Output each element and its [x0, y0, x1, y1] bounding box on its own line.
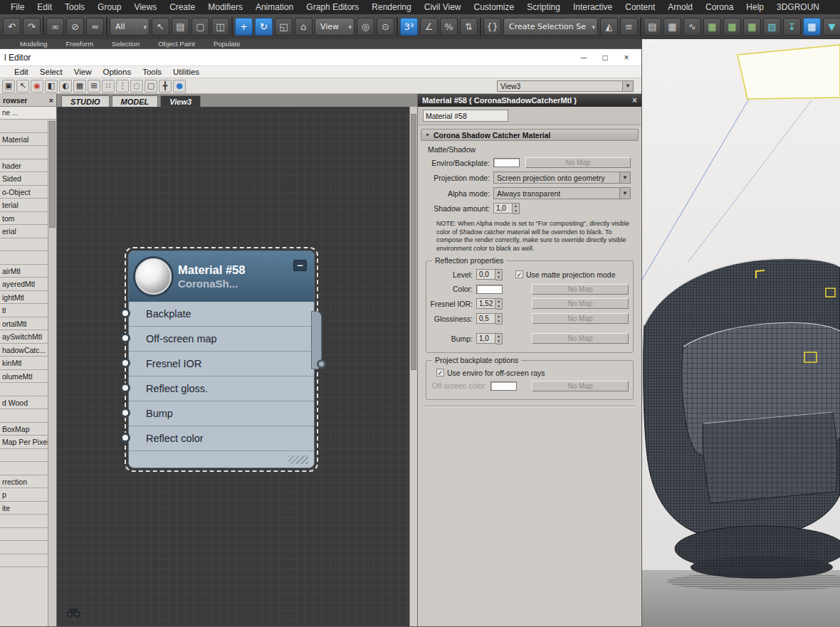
browser-item[interactable]: airMtl: [0, 265, 48, 278]
browser-item[interactable]: d Wood: [0, 396, 48, 410]
rectangular-region-icon[interactable]: ▢: [191, 18, 209, 36]
select-move-icon[interactable]: +: [235, 18, 253, 36]
ribbon-tab[interactable]: Modeling: [20, 39, 48, 48]
material-name-field[interactable]: [423, 110, 508, 122]
editor-menu-item[interactable]: Select: [34, 68, 68, 76]
menubar-item[interactable]: 3DGROUN: [770, 2, 826, 12]
minimize-icon[interactable]: ─: [573, 53, 594, 63]
spinner-arrows-icon[interactable]: ▲▼: [495, 269, 503, 280]
node-slot[interactable]: Off-screen map: [129, 327, 314, 352]
menubar-item[interactable]: Help: [740, 2, 770, 12]
bump-map-button[interactable]: No Map: [532, 333, 629, 344]
menubar-item[interactable]: Modifiers: [201, 2, 249, 12]
level-spinner[interactable]: 0,0 ▲▼: [476, 269, 503, 280]
spinner-arrows-icon[interactable]: ▲▼: [495, 298, 503, 310]
select-tool-icon[interactable]: ↖: [16, 80, 29, 93]
show-background-icon[interactable]: ▦: [73, 80, 86, 93]
select-and-link-icon[interactable]: ∞: [46, 18, 64, 36]
menubar-item[interactable]: Rendering: [365, 2, 417, 12]
spinner-arrows-icon[interactable]: ▲▼: [495, 313, 503, 325]
selection-filter-dropdown[interactable]: All: [110, 18, 149, 36]
render-production-icon[interactable]: ↧: [783, 18, 801, 36]
divider[interactable]: [640, 17, 641, 36]
editor-menu-item[interactable]: View: [68, 68, 98, 76]
browser-item[interactable]: ite: [0, 502, 48, 515]
curve-editor-icon[interactable]: ∿: [683, 18, 701, 36]
maximize-icon[interactable]: □: [594, 53, 616, 63]
pan-tool-icon[interactable]: ╋: [159, 80, 172, 93]
material-node-header[interactable]: Material #58 CoronaSh... −: [129, 251, 314, 302]
menubar-item[interactable]: Group: [91, 2, 127, 12]
divider[interactable]: [231, 17, 233, 36]
redo-icon[interactable]: ↷: [23, 18, 41, 36]
glossiness-map-button[interactable]: No Map: [532, 313, 629, 324]
browser-item[interactable]: BoxMap: [0, 423, 48, 436]
editor-menu-item[interactable]: Edit: [9, 68, 34, 76]
glossiness-spinner[interactable]: 0,5 ▲▼: [476, 313, 503, 325]
node-slot[interactable]: Fresnel IOR: [129, 352, 314, 376]
browser-item[interactable]: [0, 515, 48, 528]
browser-item[interactable]: hadowCatc...: [0, 344, 48, 357]
window-crossing-icon[interactable]: ◫: [211, 18, 229, 36]
browser-item[interactable]: olumeMtl: [0, 370, 48, 384]
browser-item[interactable]: [0, 449, 48, 463]
menubar-item[interactable]: Tools: [58, 2, 91, 12]
menubar-item[interactable]: Scripting: [520, 2, 567, 12]
node-slot[interactable]: Reflect gloss.: [129, 376, 314, 401]
menubar-item[interactable]: Corona: [699, 2, 740, 12]
menubar-item[interactable]: File: [4, 2, 31, 12]
matte-projection-checkbox[interactable]: ✓ Use matte projection mode: [515, 270, 615, 279]
browser-item[interactable]: tl: [0, 304, 48, 317]
menubar-item[interactable]: Views: [127, 2, 163, 12]
tab-model[interactable]: MODEL: [112, 95, 159, 107]
input-socket-icon[interactable]: [120, 308, 130, 318]
browser-close-icon[interactable]: ×: [49, 96, 53, 105]
offscreen-color-swatch[interactable]: [490, 381, 517, 391]
tab-studio[interactable]: STUDIO: [61, 95, 110, 107]
tab-view3[interactable]: View3: [160, 95, 201, 107]
editor-menu-item[interactable]: Utilities: [167, 68, 205, 76]
spinner-snap-icon[interactable]: ⇅: [460, 18, 478, 36]
menubar-item[interactable]: Interactive: [567, 2, 619, 12]
browser-scrollbar[interactable]: [48, 120, 56, 626]
bind-to-spacewarp-icon[interactable]: ≈: [86, 18, 104, 36]
input-socket-icon[interactable]: [120, 358, 130, 368]
divider[interactable]: [106, 17, 107, 36]
browser-item[interactable]: tom: [0, 212, 48, 226]
input-socket-icon[interactable]: [120, 333, 130, 343]
divider[interactable]: [480, 17, 481, 36]
menubar-item[interactable]: Edit: [31, 2, 58, 12]
ribbon-toggle-icon[interactable]: ▦: [663, 18, 681, 36]
menubar-item[interactable]: Graph Editors: [300, 2, 365, 12]
scene-explorer-icon[interactable]: ▤: [644, 18, 661, 36]
ribbon-tab[interactable]: Object Paint: [158, 39, 195, 48]
assign-material-icon[interactable]: ◧: [45, 80, 58, 93]
layout-children-icon[interactable]: ⋮: [116, 80, 129, 93]
browser-item[interactable]: rrection: [0, 475, 48, 489]
browser-item[interactable]: Map Per Pixel: [0, 436, 48, 449]
enviro-offscreen-checkbox[interactable]: ✓ Use enviro for off-screen rays: [436, 369, 545, 377]
layout-all-icon[interactable]: ∷: [102, 80, 115, 93]
browser-item[interactable]: ightMtl: [0, 291, 48, 305]
select-by-name-icon[interactable]: ▤: [172, 18, 189, 36]
node-view-scrollbar-thumb[interactable]: [411, 114, 416, 370]
browser-item[interactable]: Material: [0, 133, 48, 147]
offscreen-map-button[interactable]: No Map: [532, 381, 629, 391]
undo-icon[interactable]: ↶: [3, 18, 21, 36]
selection-set-dropdown[interactable]: Create Selection Se: [503, 18, 598, 36]
node-collapse-button[interactable]: −: [293, 260, 307, 271]
node-slot[interactable]: Reflect color: [129, 426, 314, 451]
browser-item[interactable]: terial: [0, 199, 48, 212]
node-slot[interactable]: Backplate: [129, 302, 314, 327]
output-socket-icon[interactable]: [317, 359, 326, 369]
ribbon-tab[interactable]: Populate: [214, 39, 241, 48]
node-resize-grip[interactable]: [288, 455, 308, 464]
perspective-viewport[interactable]: [642, 39, 840, 627]
browser-item[interactable]: kinMtl: [0, 357, 48, 370]
divider[interactable]: [43, 17, 44, 36]
fresnel-map-button[interactable]: No Map: [532, 298, 629, 309]
zoom-extents-icon[interactable]: ▢: [145, 80, 157, 93]
node-graph-canvas[interactable]: Material #58 CoronaSh... −: [57, 107, 417, 626]
enviro-color-swatch[interactable]: [493, 158, 520, 167]
show-grid-icon[interactable]: ⊞: [88, 80, 100, 93]
